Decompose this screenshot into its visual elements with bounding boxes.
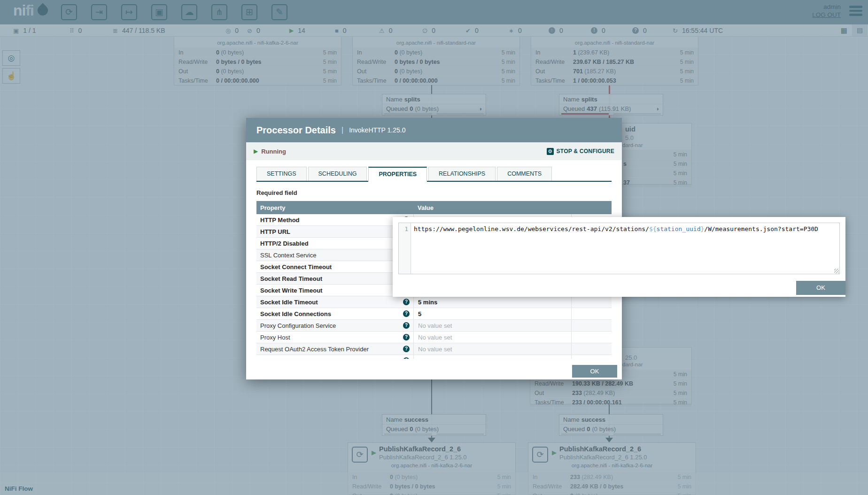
run-state-label: Running <box>261 148 286 155</box>
property-row[interactable]: Proxy Host?No value set <box>256 332 612 343</box>
dialog-subtitle: InvokeHTTP 1.25.0 <box>349 126 405 134</box>
property-row[interactable]: Request Username?No value set <box>256 355 612 359</box>
dialog-tabs: SETTINGS SCHEDULING PROPERTIES RELATIONS… <box>256 167 612 182</box>
stop-configure-icon: ⚙ <box>547 148 554 155</box>
nifi-app: org.apache.nifi - nifi-kafka-2-6-nar In0… <box>0 0 868 495</box>
dialog-header: Processor Details | InvokeHTTP 1.25.0 <box>246 118 622 142</box>
tab-properties[interactable]: PROPERTIES <box>368 167 427 182</box>
value-editor[interactable]: 1 https://www.pegelonline.wsv.de/webserv… <box>398 223 840 274</box>
help-icon[interactable]: ? <box>403 357 410 359</box>
resize-handle[interactable] <box>834 269 839 273</box>
stop-and-configure-button[interactable]: ⚙ STOP & CONFIGURE <box>547 148 614 155</box>
dialog-title: Processor Details <box>256 125 336 136</box>
line-number: 1 <box>399 223 411 274</box>
dialog-status-bar: ▶ Running ⚙ STOP & CONFIGURE <box>246 142 622 160</box>
dialog-ok-button[interactable]: OK <box>572 365 617 378</box>
tab-relationships[interactable]: RELATIONSHIPS <box>428 167 496 181</box>
tab-settings[interactable]: SETTINGS <box>256 167 307 181</box>
value-editor-popup: 1 https://www.pegelonline.wsv.de/webserv… <box>393 217 845 297</box>
running-icon: ▶ <box>254 148 258 155</box>
required-field-note: Required field <box>256 189 612 196</box>
help-icon[interactable]: ? <box>403 346 410 352</box>
tab-comments[interactable]: COMMENTS <box>497 167 552 181</box>
properties-table-header: Property Value <box>256 201 612 214</box>
property-row[interactable]: Proxy Configuration Service?No value set <box>256 320 612 332</box>
help-icon[interactable]: ? <box>403 322 410 329</box>
property-row[interactable]: Socket Idle Timeout?5 mins <box>256 296 612 308</box>
value-editor-text[interactable]: https://www.pegelonline.wsv.de/webservic… <box>411 223 839 274</box>
editor-ok-button[interactable]: OK <box>796 281 845 295</box>
help-icon[interactable]: ? <box>403 299 410 305</box>
tab-scheduling[interactable]: SCHEDULING <box>308 167 367 181</box>
help-icon[interactable]: ? <box>403 334 410 340</box>
property-row[interactable]: Request OAuth2 Access Token Provider?No … <box>256 343 612 355</box>
property-row[interactable]: Socket Idle Connections?5 <box>256 308 612 320</box>
help-icon[interactable]: ? <box>403 310 410 317</box>
